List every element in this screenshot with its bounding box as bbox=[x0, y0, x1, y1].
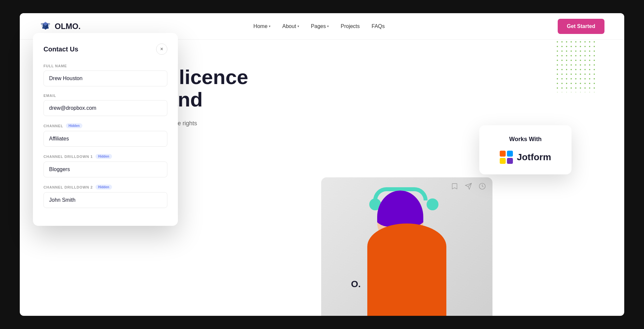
svg-rect-5 bbox=[500, 158, 506, 164]
hero-o-brand: O. bbox=[351, 279, 361, 289]
clock-icon bbox=[479, 183, 486, 190]
full-name-input[interactable] bbox=[43, 71, 167, 86]
nav-home[interactable]: Home ▾ bbox=[253, 23, 270, 29]
channel-input[interactable] bbox=[43, 131, 167, 147]
nav-links: Home ▾ About ▾ Pages ▾ Projects FAQs bbox=[253, 23, 385, 29]
hair bbox=[377, 191, 423, 227]
channel-drilldown-1-input[interactable] bbox=[43, 162, 167, 177]
works-with-title: Works With bbox=[495, 136, 556, 143]
svg-rect-6 bbox=[507, 158, 513, 164]
nav-about[interactable]: About ▾ bbox=[282, 23, 299, 29]
logo-text: OLMO. bbox=[55, 22, 81, 31]
logo[interactable]: OLMO. bbox=[40, 20, 81, 32]
get-started-button[interactable]: Get Started bbox=[558, 19, 604, 34]
nav-faqs[interactable]: FAQs bbox=[372, 23, 385, 29]
nav-pages[interactable]: Pages ▾ bbox=[311, 23, 329, 29]
channel-drilldown-2-field-group: CHANNEL DRILLDOWN 2 Hidden bbox=[43, 185, 167, 208]
channel-drilldown-2-label: CHANNEL DRILLDOWN 2 Hidden bbox=[43, 185, 167, 190]
email-field-group: EMAIL bbox=[43, 94, 167, 116]
send-icon bbox=[465, 183, 472, 190]
pages-chevron-icon: ▾ bbox=[327, 24, 329, 28]
svg-rect-3 bbox=[500, 151, 506, 157]
channel-drilldown-1-field-group: CHANNEL DRILLDOWN 1 Hidden bbox=[43, 154, 167, 177]
modal-overlay: Contact Us × FULL NAME EMAIL CHANNEL Hid… bbox=[33, 33, 178, 226]
works-with-card: Works With Jotform bbox=[479, 125, 572, 174]
svg-rect-4 bbox=[507, 151, 513, 157]
channel-hidden-badge: Hidden bbox=[66, 123, 82, 128]
nav-projects[interactable]: Projects bbox=[341, 23, 360, 29]
channel-drilldown-1-label: CHANNEL DRILLDOWN 1 Hidden bbox=[43, 154, 167, 159]
full-name-field-group: FULL NAME bbox=[43, 64, 167, 86]
girl-figure bbox=[361, 184, 453, 316]
jotform-logo: Jotform bbox=[495, 151, 556, 164]
modal-close-button[interactable]: × bbox=[156, 44, 167, 55]
email-input[interactable] bbox=[43, 100, 167, 116]
jacket bbox=[367, 224, 446, 316]
channel-drilldown-2-hidden-badge: Hidden bbox=[96, 185, 112, 190]
channel-label: CHANNEL Hidden bbox=[43, 123, 167, 128]
channel-field-group: CHANNEL Hidden bbox=[43, 123, 167, 147]
hero-image: O. bbox=[321, 177, 492, 316]
headphone-right bbox=[427, 198, 438, 210]
jotform-icon bbox=[500, 151, 513, 164]
icon-row bbox=[451, 183, 486, 190]
logo-icon bbox=[40, 20, 51, 32]
jotform-text: Jotform bbox=[517, 152, 551, 163]
full-name-label: FULL NAME bbox=[43, 64, 167, 68]
contact-modal: Contact Us × FULL NAME EMAIL CHANNEL Hid… bbox=[33, 33, 178, 226]
about-chevron-icon: ▾ bbox=[297, 24, 299, 28]
home-chevron-icon: ▾ bbox=[269, 24, 270, 28]
modal-header: Contact Us × bbox=[43, 44, 167, 55]
channel-drilldown-2-input[interactable] bbox=[43, 192, 167, 208]
email-label: EMAIL bbox=[43, 94, 167, 98]
channel-drilldown-1-hidden-badge: Hidden bbox=[96, 154, 112, 159]
modal-title: Contact Us bbox=[43, 45, 78, 53]
